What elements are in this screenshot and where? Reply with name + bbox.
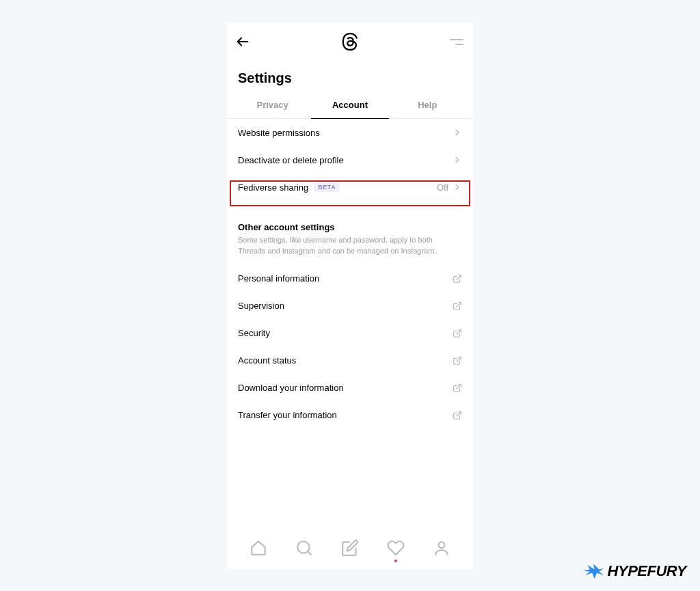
back-button[interactable] <box>235 34 250 49</box>
chevron-right-icon <box>453 128 462 137</box>
account-list: Website permissions Deactivate or delete… <box>227 119 473 201</box>
row-label: Supervision <box>238 301 284 311</box>
tab-help[interactable]: Help <box>389 93 466 118</box>
external-link-icon <box>453 411 462 420</box>
page-title: Settings <box>227 61 473 93</box>
row-personal-info[interactable]: Personal information <box>238 265 462 292</box>
row-security[interactable]: Security <box>238 320 462 347</box>
heart-icon <box>387 539 405 557</box>
nav-profile[interactable] <box>433 539 450 557</box>
external-link-icon <box>453 301 462 311</box>
other-settings-desc: Some settings, like username and passwor… <box>227 235 473 265</box>
svg-line-2 <box>457 303 461 307</box>
bottom-nav <box>227 531 473 569</box>
tab-privacy[interactable]: Privacy <box>234 93 311 118</box>
nav-activity[interactable] <box>387 539 405 557</box>
svg-line-8 <box>308 551 311 555</box>
row-supervision[interactable]: Supervision <box>238 292 462 320</box>
tabs: Privacy Account Help <box>227 93 473 119</box>
chevron-right-icon <box>453 155 462 165</box>
row-label: Fediverse sharing <box>238 182 308 193</box>
row-account-status[interactable]: Account status <box>238 347 462 374</box>
row-label: Transfer your information <box>238 410 337 420</box>
external-link-icon <box>453 356 462 366</box>
hypefury-watermark: HYPEFURY <box>582 562 686 580</box>
compose-icon <box>341 539 359 557</box>
beta-badge: BETA <box>314 182 340 192</box>
svg-line-4 <box>457 357 461 361</box>
user-icon <box>433 539 450 557</box>
row-label: Personal information <box>238 273 319 284</box>
svg-point-9 <box>439 542 445 548</box>
tab-account[interactable]: Account <box>311 93 388 118</box>
row-download-info[interactable]: Download your information <box>238 374 462 402</box>
home-icon <box>250 539 267 557</box>
other-list: Personal information Supervision Securit… <box>227 265 473 429</box>
notification-dot <box>394 560 397 562</box>
other-settings-title: Other account settings <box>227 222 473 235</box>
app-screen: Settings Privacy Account Help Website pe… <box>227 23 473 569</box>
row-label: Security <box>238 328 270 338</box>
row-deactivate-delete[interactable]: Deactivate or delete profile <box>238 146 462 174</box>
menu-line-icon <box>455 44 463 45</box>
external-link-icon <box>453 274 462 284</box>
row-fediverse-sharing[interactable]: Fediverse sharing BETA Off <box>238 174 462 201</box>
arrow-left-icon <box>235 34 250 49</box>
svg-line-5 <box>457 385 461 389</box>
nav-search[interactable] <box>295 539 313 557</box>
hypefury-text: HYPEFURY <box>608 562 686 580</box>
hypefury-bird-icon <box>582 562 605 580</box>
row-label: Website permissions <box>238 128 320 138</box>
nav-compose[interactable] <box>341 539 359 557</box>
external-link-icon <box>453 383 462 393</box>
nav-home[interactable] <box>250 539 267 557</box>
svg-line-6 <box>457 412 461 416</box>
row-label: Account status <box>238 355 296 366</box>
row-label: Deactivate or delete profile <box>238 155 344 165</box>
divider <box>238 208 462 208</box>
menu-button[interactable] <box>448 34 463 49</box>
search-icon <box>295 539 313 557</box>
chevron-right-icon <box>453 182 462 192</box>
app-header <box>227 23 473 61</box>
svg-line-1 <box>457 275 461 279</box>
row-value: Off <box>437 182 448 193</box>
menu-line-icon <box>450 39 463 40</box>
row-website-permissions[interactable]: Website permissions <box>238 119 462 146</box>
svg-line-3 <box>457 330 461 334</box>
external-link-icon <box>453 329 462 338</box>
row-label: Download your information <box>238 383 344 393</box>
row-transfer-info[interactable]: Transfer your information <box>238 402 462 429</box>
threads-logo <box>341 32 359 51</box>
